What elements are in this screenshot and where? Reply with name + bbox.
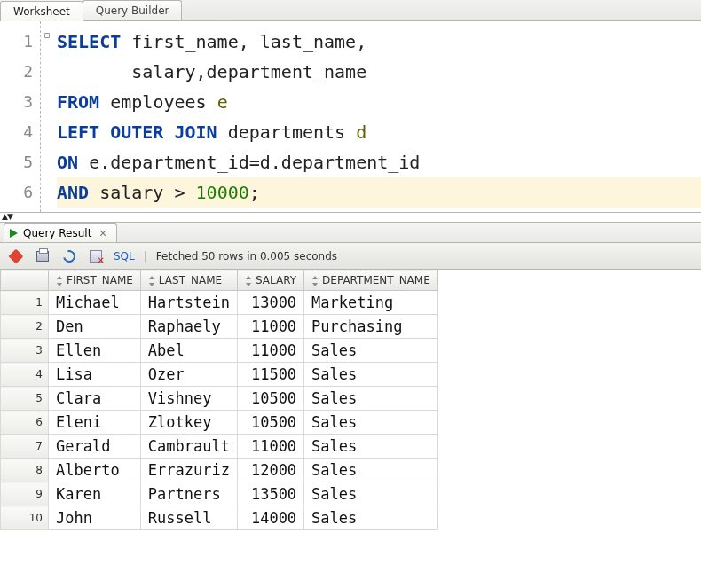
code-line[interactable]: LEFT OUTER JOIN departments d	[57, 117, 701, 147]
table-row[interactable]: 6EleniZlotkey10500Sales	[1, 411, 438, 435]
cell[interactable]: Hartstein	[140, 291, 237, 315]
sql-editor[interactable]: 123456 ⊟ SELECT first_name, last_name, s…	[0, 21, 701, 213]
code-token: e	[217, 91, 228, 113]
print-icon	[36, 251, 49, 262]
code-line[interactable]: FROM employees e	[57, 87, 701, 117]
table-row[interactable]: 3EllenAbel11000Sales	[1, 339, 438, 363]
pin-button[interactable]	[7, 247, 25, 265]
cell[interactable]: 13000	[237, 291, 303, 315]
cell[interactable]: 13500	[237, 482, 303, 506]
cell[interactable]: 11000	[237, 315, 303, 339]
row-number-cell[interactable]: 1	[1, 291, 49, 315]
code-token: e.department_id=d.department_id	[78, 152, 420, 173]
column-header[interactable]: FIRST_NAME	[49, 270, 141, 291]
cell[interactable]: 11000	[237, 435, 303, 459]
cell[interactable]: Errazuriz	[140, 459, 237, 482]
cell[interactable]: 12000	[237, 459, 303, 482]
cell[interactable]: Ozer	[140, 363, 237, 387]
row-number-cell[interactable]: 6	[1, 411, 49, 435]
code-line[interactable]: AND salary > 10000;	[57, 177, 701, 208]
table-row[interactable]: 9KarenPartners13500Sales	[1, 482, 438, 506]
refresh-button[interactable]	[60, 247, 78, 265]
table-row[interactable]: 10JohnRussell14000Sales	[1, 506, 438, 530]
cell[interactable]: Eleni	[49, 411, 141, 435]
cell[interactable]: Sales	[304, 363, 438, 387]
clear-button[interactable]	[87, 247, 105, 265]
cell[interactable]: 11000	[237, 339, 303, 363]
code-line[interactable]: SELECT first_name, last_name,	[57, 27, 701, 57]
table-row[interactable]: 5ClaraVishney10500Sales	[1, 387, 438, 411]
code-token: ;	[249, 182, 260, 203]
cell[interactable]: Sales	[304, 506, 438, 530]
close-icon[interactable]: ✕	[97, 228, 108, 239]
result-toolbar: SQL | Fetched 50 rows in 0.005 seconds	[0, 243, 701, 270]
code-token: salary >	[89, 182, 195, 203]
cell[interactable]: Lisa	[49, 363, 141, 387]
sql-link[interactable]: SQL	[114, 250, 135, 263]
cell[interactable]: Sales	[304, 387, 438, 411]
code-token: salary,department_name	[57, 61, 366, 82]
result-grid[interactable]: FIRST_NAMELAST_NAMESALARYDEPARTMENT_NAME…	[0, 270, 701, 530]
cell[interactable]: Alberto	[49, 459, 141, 482]
cell[interactable]: Karen	[49, 482, 141, 506]
tab-query-result[interactable]: Query Result ✕	[4, 223, 117, 242]
cell[interactable]: Partners	[140, 482, 237, 506]
cell[interactable]: Gerald	[49, 435, 141, 459]
table-row[interactable]: 7GeraldCambrault11000Sales	[1, 435, 438, 459]
row-number-cell[interactable]: 2	[1, 315, 49, 339]
cell[interactable]: Marketing	[304, 291, 438, 315]
row-number-cell[interactable]: 3	[1, 339, 49, 363]
column-header[interactable]: SALARY	[237, 270, 303, 291]
cell[interactable]: Purchasing	[304, 315, 438, 339]
sort-icon[interactable]	[243, 276, 252, 286]
cell[interactable]: Sales	[304, 435, 438, 459]
print-button[interactable]	[34, 247, 51, 265]
fetch-status-text: Fetched 50 rows in 0.005 seconds	[156, 250, 337, 263]
cell[interactable]: Abel	[140, 339, 237, 363]
cell[interactable]: 10500	[237, 411, 303, 435]
row-number-cell[interactable]: 4	[1, 363, 49, 387]
table-row[interactable]: 1MichaelHartstein13000Marketing	[1, 291, 438, 315]
column-header[interactable]: LAST_NAME	[140, 270, 237, 291]
sort-icon[interactable]	[54, 276, 63, 286]
cell[interactable]: Ellen	[49, 339, 141, 363]
line-number: 1	[0, 27, 33, 57]
cell[interactable]: Sales	[304, 459, 438, 482]
cell[interactable]: Zlotkey	[140, 411, 237, 435]
cell[interactable]: Den	[49, 315, 141, 339]
cell[interactable]: Sales	[304, 482, 438, 506]
cell[interactable]: Michael	[49, 291, 141, 315]
fold-toggle-icon[interactable]: ⊟	[44, 30, 50, 40]
row-number-cell[interactable]: 10	[1, 506, 49, 530]
splitter-handle[interactable]: ▲▼	[0, 213, 701, 222]
tab-query-result-label: Query Result	[23, 227, 91, 239]
tab-query-builder[interactable]: Query Builder	[83, 0, 183, 20]
table-row[interactable]: 4LisaOzer11500Sales	[1, 363, 438, 387]
sort-icon[interactable]	[310, 276, 319, 286]
code-line[interactable]: salary,department_name	[57, 57, 701, 87]
cell[interactable]: Vishney	[140, 387, 237, 411]
table-row[interactable]: 8AlbertoErrazuriz12000Sales	[1, 459, 438, 482]
table-row[interactable]: 2DenRaphaely11000Purchasing	[1, 315, 438, 339]
row-number-cell[interactable]: 7	[1, 435, 49, 459]
row-number-cell[interactable]: 9	[1, 482, 49, 506]
row-number-cell[interactable]: 8	[1, 459, 49, 482]
cell[interactable]: 14000	[237, 506, 303, 530]
cell[interactable]: Sales	[304, 411, 438, 435]
code-line[interactable]: ON e.department_id=d.department_id	[57, 147, 701, 177]
cell[interactable]: 10500	[237, 387, 303, 411]
sort-icon[interactable]	[146, 276, 155, 286]
cell[interactable]: Cambrault	[140, 435, 237, 459]
cell[interactable]: 11500	[237, 363, 303, 387]
sql-code-area[interactable]: SELECT first_name, last_name, salary,dep…	[53, 21, 701, 212]
row-number-cell[interactable]: 5	[1, 387, 49, 411]
cell[interactable]: Raphaely	[140, 315, 237, 339]
rownum-header[interactable]	[1, 270, 49, 291]
tab-worksheet[interactable]: Worksheet	[0, 1, 83, 21]
fold-column[interactable]: ⊟	[41, 21, 53, 212]
cell[interactable]: Sales	[304, 339, 438, 363]
cell[interactable]: John	[49, 506, 141, 530]
cell[interactable]: Clara	[49, 387, 141, 411]
column-header[interactable]: DEPARTMENT_NAME	[304, 270, 438, 291]
cell[interactable]: Russell	[140, 506, 237, 530]
